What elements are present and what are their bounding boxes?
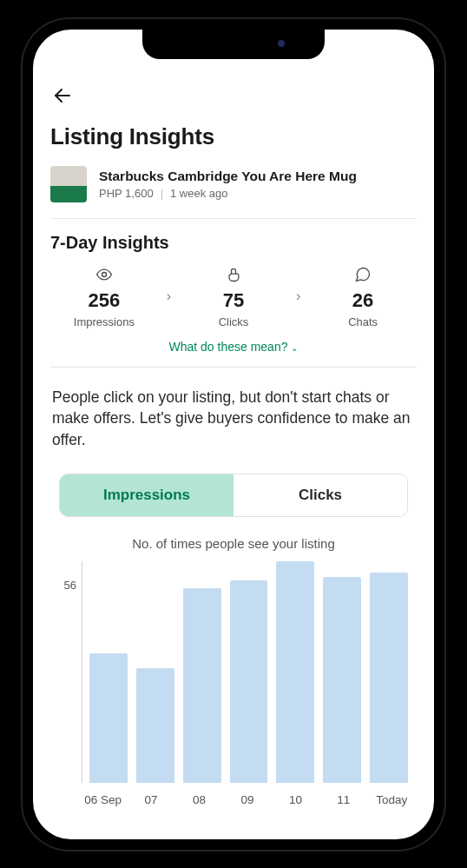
x-tick: 08 [180, 793, 219, 806]
insight-message: People click on your listing, but don't … [52, 387, 415, 452]
stat-value: 26 [309, 289, 417, 312]
back-button[interactable] [50, 82, 73, 116]
chart-bar[interactable] [136, 668, 174, 783]
stat-value: 75 [180, 289, 287, 312]
chevron-down-icon: ⌄ [291, 343, 298, 353]
stat-label: Clicks [180, 315, 287, 328]
phone-side-button [446, 226, 451, 304]
chart-bar[interactable] [89, 653, 128, 783]
tap-icon [180, 265, 287, 284]
x-axis: 06 Sep0708091011Today [50, 793, 417, 806]
listing-meta: PHP 1,600 | 1 week ago [99, 187, 417, 200]
stat-impressions[interactable]: 256 Impressions [50, 265, 158, 328]
stat-label: Chats [309, 315, 417, 328]
tab-impressions[interactable]: Impressions [60, 474, 234, 516]
x-tick: 10 [276, 793, 315, 806]
page-title: Listing Insights [50, 123, 417, 150]
separator: | [161, 187, 163, 200]
chart-caption: No. of times people see your listing [50, 536, 417, 551]
x-tick: 09 [227, 793, 266, 806]
x-tick: 06 Sep [83, 793, 122, 806]
y-tick: 56 [64, 579, 76, 592]
phone-side-button [16, 209, 21, 259]
stats-row: 256 Impressions › 75 Clicks › 26 [50, 265, 417, 328]
listing-thumbnail [50, 166, 87, 202]
section-title: 7-Day Insights [50, 233, 417, 253]
chart-bar[interactable] [276, 561, 314, 783]
stat-value: 256 [50, 289, 158, 312]
chart-plot [82, 561, 411, 783]
listing-title: Starbucks Cambridge You Are Here Mug [99, 169, 417, 184]
eye-icon [50, 265, 158, 284]
chart-bar[interactable] [230, 580, 268, 783]
x-tick: 07 [131, 793, 170, 806]
chevron-right-icon: › [294, 288, 302, 304]
chevron-right-icon: › [165, 288, 173, 304]
phone-frame: Listing Insights Starbucks Cambridge You… [21, 17, 446, 851]
chart-tab-switcher: Impressions Clicks [59, 474, 408, 517]
tab-clicks[interactable]: Clicks [234, 474, 407, 516]
help-link-row: What do these mean?⌄ [50, 339, 417, 368]
svg-point-1 [102, 272, 106, 276]
listing-price: PHP 1,600 [99, 187, 154, 200]
stat-clicks[interactable]: 75 Clicks [180, 265, 287, 328]
x-tick: 11 [324, 793, 363, 806]
help-link[interactable]: What do these mean?⌄ [169, 340, 299, 354]
chart-area: 56 [50, 561, 417, 783]
stat-label: Impressions [50, 315, 158, 328]
phone-side-button [16, 156, 21, 186]
chat-icon [309, 265, 417, 284]
phone-side-button [16, 271, 21, 321]
phone-notch [142, 30, 325, 59]
x-tick: Today [372, 793, 411, 806]
arrow-left-icon [52, 85, 73, 106]
stat-chats[interactable]: 26 Chats [309, 265, 417, 328]
screen: Listing Insights Starbucks Cambridge You… [33, 30, 434, 839]
y-axis: 56 [56, 561, 82, 783]
chart-bar[interactable] [183, 588, 221, 783]
help-link-text: What do these mean? [169, 340, 288, 354]
listing-row[interactable]: Starbucks Cambridge You Are Here Mug PHP… [50, 166, 417, 219]
chart-bar[interactable] [370, 573, 408, 783]
listing-age: 1 week ago [170, 187, 228, 200]
chart-bar[interactable] [323, 577, 361, 783]
